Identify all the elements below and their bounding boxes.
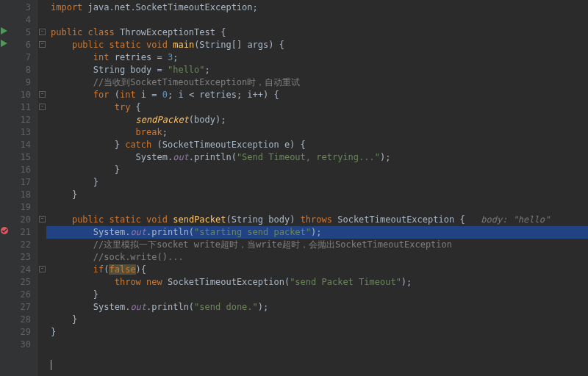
fold-toggle-icon[interactable]: - bbox=[39, 266, 46, 272]
code-line[interactable]: public static void main(String[] args) { bbox=[46, 39, 588, 51]
code-line[interactable]: //这里模拟一下socket write超时，当write超时，会抛出Socke… bbox=[46, 239, 588, 251]
code-area[interactable]: import java.net.SocketTimeoutException; … bbox=[46, 0, 588, 376]
code-line[interactable]: System.out.println("send done."); bbox=[46, 301, 588, 314]
code-line[interactable]: int retries = 3; bbox=[46, 51, 588, 64]
code-line[interactable]: } bbox=[46, 326, 588, 339]
caret-icon bbox=[51, 360, 51, 370]
code-line[interactable]: throw new SocketTimeoutException("send P… bbox=[46, 276, 588, 289]
line-number: 3 bbox=[10, 1, 37, 14]
svg-marker-1 bbox=[1, 40, 7, 47]
code-line[interactable]: //当收到SocketTimeoutException时，自动重试 bbox=[46, 76, 588, 89]
current-execution-line[interactable]: System.out.println("starting send packet… bbox=[46, 226, 588, 239]
run-gutter-icon[interactable] bbox=[0, 25, 10, 37]
code-line[interactable]: System.out.println("Send Timeout, retryi… bbox=[46, 151, 588, 164]
inline-hint: body: "hello" bbox=[465, 214, 551, 225]
code-line[interactable] bbox=[46, 339, 588, 351]
fold-toggle-icon[interactable]: - bbox=[39, 29, 46, 35]
code-line[interactable]: } catch (SocketTimeoutException e) { bbox=[46, 139, 588, 151]
svg-point-2 bbox=[1, 227, 8, 234]
code-line[interactable] bbox=[46, 14, 588, 26]
gutter-icon-column bbox=[0, 0, 10, 376]
breakpoint-icon[interactable] bbox=[0, 225, 10, 237]
fold-toggle-icon[interactable]: - bbox=[39, 91, 46, 98]
run-gutter-icon[interactable] bbox=[0, 37, 10, 50]
code-line[interactable]: } bbox=[46, 289, 588, 301]
line-number-gutter: 3 4567 891011 12131415 16171819 20212223… bbox=[10, 0, 37, 376]
code-line[interactable]: if(false){ bbox=[46, 264, 588, 276]
code-line[interactable] bbox=[46, 201, 588, 214]
fold-toggle-icon[interactable]: - bbox=[39, 216, 46, 223]
code-line[interactable]: //sock.write()... bbox=[46, 251, 588, 264]
fold-toggle-icon[interactable]: - bbox=[39, 41, 46, 48]
code-line[interactable]: } bbox=[46, 314, 588, 326]
code-line[interactable]: import java.net.SocketTimeoutException; bbox=[46, 1, 588, 14]
code-line[interactable]: } bbox=[46, 176, 588, 189]
code-line[interactable]: break; bbox=[46, 126, 588, 139]
code-line[interactable]: String body = "hello"; bbox=[46, 64, 588, 76]
code-line[interactable]: } bbox=[46, 189, 588, 201]
code-line[interactable]: sendPacket(body); bbox=[46, 114, 588, 126]
code-line[interactable]: public class ThrowExceptionTest { bbox=[46, 26, 588, 39]
code-line[interactable]: try { bbox=[46, 101, 588, 114]
code-editor[interactable]: 3 4567 891011 12131415 16171819 20212223… bbox=[0, 0, 588, 376]
fold-column: - - - - - - bbox=[37, 0, 46, 376]
code-line[interactable]: public static void sendPacket(String bod… bbox=[46, 214, 588, 226]
code-line[interactable]: } bbox=[46, 164, 588, 176]
fold-toggle-icon[interactable]: - bbox=[39, 104, 46, 110]
code-line[interactable]: for (int i = 0; i < retries; i++) { bbox=[46, 89, 588, 101]
svg-marker-0 bbox=[1, 27, 7, 35]
